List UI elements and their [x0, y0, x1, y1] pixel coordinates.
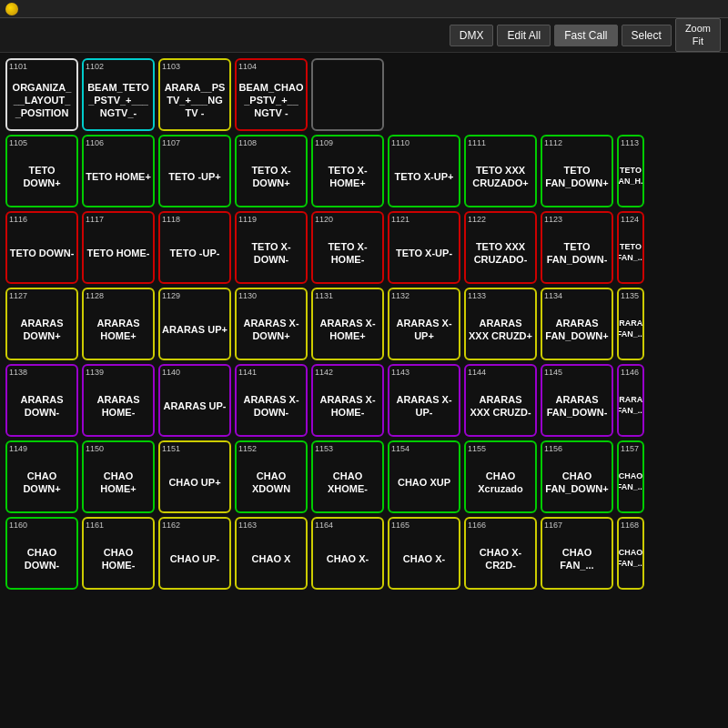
cell-label: TETO X-DOWN+: [238, 164, 304, 190]
cell-label: CHAO UP+: [168, 476, 220, 489]
cell-1119[interactable]: 1119TETO X-DOWN-: [235, 211, 308, 284]
cell-1168[interactable]: 1168CHAO FAN_...: [617, 517, 644, 590]
cell-1131[interactable]: 1131ARARAS X-HOME+: [311, 288, 384, 360]
cell-1162[interactable]: 1162CHAO UP-: [158, 517, 231, 590]
cell-label: BEAM_TETO _PSTV_+___ NGTV_-: [86, 81, 151, 120]
cell-label: CHAO HOME-: [86, 546, 151, 572]
grid-row-3: 1127ARARAS DOWN+1128ARARAS HOME+1129ARAR…: [5, 288, 723, 360]
cell-number: 1131: [315, 292, 333, 301]
cell-1110[interactable]: 1110TETO X-UP+: [388, 135, 460, 207]
cell-1118[interactable]: 1118TETO -UP-: [158, 211, 231, 284]
cell-number: 1119: [238, 216, 257, 225]
cell-1149[interactable]: 1149CHAO DOWN+: [5, 440, 78, 513]
cell-label: ARARAS HOME+: [86, 317, 151, 343]
cell-number: 1162: [162, 521, 180, 531]
cell-number: 1102: [86, 63, 104, 72]
cell-1112[interactable]: 1112TETO FAN_DOWN+: [541, 135, 613, 207]
zoom-fit-button[interactable]: ZoomFit: [675, 18, 721, 51]
cell-1157[interactable]: 1157CHAO FAN_...: [617, 440, 644, 513]
cell-1108[interactable]: 1108TETO X-DOWN+: [235, 135, 308, 207]
cell-1130[interactable]: 1130ARARAS X-DOWN+: [235, 288, 308, 360]
cell-number: 1120: [315, 216, 333, 225]
cell-1116[interactable]: 1116TETO DOWN-: [5, 211, 78, 284]
cell-1138[interactable]: 1138ARARAS DOWN-: [5, 364, 78, 437]
cell-1154[interactable]: 1154CHAO XUP: [388, 440, 460, 513]
cell-label: CHAO X-: [403, 552, 445, 565]
cell-1107[interactable]: 1107TETO -UP+: [158, 135, 231, 207]
grid-row-5: 1149CHAO DOWN+1150CHAO HOME+1151CHAO UP+…: [5, 440, 723, 513]
cell-1163[interactable]: 1163CHAO X: [235, 517, 308, 590]
cell-number: 1124: [621, 216, 639, 225]
cell-number: 1106: [86, 139, 104, 148]
cell-number: 1141: [238, 369, 257, 378]
cell-1151[interactable]: 1151CHAO UP+: [158, 440, 231, 513]
cell-1102[interactable]: 1102BEAM_TETO _PSTV_+___ NGTV_-: [82, 58, 155, 131]
cell-1123[interactable]: 1123TETO FAN_DOWN-: [541, 211, 613, 284]
cell-label: ARARA__PS TV_+___NG TV -: [162, 81, 228, 120]
cell-1129[interactable]: 1129ARARAS UP+: [158, 288, 231, 360]
cell-1153[interactable]: 1153CHAO XHOME-: [311, 440, 384, 513]
cell-1165[interactable]: 1165CHAO X-: [388, 517, 460, 590]
cell-number: 1103: [162, 63, 180, 72]
cell-1164[interactable]: 1164CHAO X-: [311, 517, 384, 590]
cell-1111[interactable]: 1111TETO XXX CRUZADO+: [464, 135, 537, 207]
cell-number: 1104: [238, 63, 257, 72]
cell-1128[interactable]: 1128ARARAS HOME+: [82, 288, 155, 360]
titlebar: [0, 0, 728, 18]
cell-number: 1110: [391, 139, 410, 148]
cell-number: 1122: [468, 216, 486, 225]
cell-1117[interactable]: 1117TETO HOME-: [82, 211, 155, 284]
select-button[interactable]: Select: [622, 25, 672, 46]
cell-1142[interactable]: 1142ARARAS X-HOME-: [311, 364, 384, 437]
cell-1101[interactable]: 1101ORGANIZA_ __LAYOUT_ _POSITION: [5, 58, 78, 131]
cell-1146[interactable]: 1146ARARAS FAN_...: [617, 364, 644, 437]
cell-1103[interactable]: 1103ARARA__PS TV_+___NG TV -: [158, 58, 231, 131]
cell-label: ARARAS XXX CRUZD+: [468, 317, 533, 343]
cell-label: TETO X-UP+: [395, 170, 454, 183]
cell-number: 1161: [86, 521, 104, 531]
cell-1143[interactable]: 1143ARARAS X-UP-: [388, 364, 460, 437]
cell-empty[interactable]: [311, 58, 384, 131]
cell-1104[interactable]: 1104BEAM_CHAO _PSTV_+__ NGTV -: [235, 58, 308, 131]
cell-number: 1143: [391, 369, 410, 378]
cell-1152[interactable]: 1152CHAO XDOWN: [235, 440, 308, 513]
cell-1155[interactable]: 1155CHAO Xcruzado: [464, 440, 537, 513]
cell-label: CHAO X: [252, 552, 291, 565]
cell-1113[interactable]: 1113TETO FAN_H...: [617, 135, 644, 207]
cell-1150[interactable]: 1150CHAO HOME+: [82, 440, 155, 513]
cell-1120[interactable]: 1120TETO X-HOME-: [311, 211, 384, 284]
cell-1141[interactable]: 1141ARARAS X-DOWN-: [235, 364, 308, 437]
cell-label: CHAO FAN_DOWN+: [544, 470, 610, 496]
cell-1140[interactable]: 1140ARARAS UP-: [158, 364, 231, 437]
cell-1135[interactable]: 1135ARARAS FAN_...: [617, 288, 644, 360]
cell-label: ARARAS UP+: [162, 323, 228, 336]
cell-1121[interactable]: 1121TETO X-UP-: [388, 211, 460, 284]
cell-label: TETO FAN_...: [617, 242, 644, 263]
cell-1156[interactable]: 1156CHAO FAN_DOWN+: [541, 440, 613, 513]
cell-1144[interactable]: 1144ARARAS XXX CRUZD-: [464, 364, 537, 437]
cell-number: 1118: [162, 216, 180, 225]
cell-1139[interactable]: 1139ARARAS HOME-: [82, 364, 155, 437]
cell-label: TETO XXX CRUZADO-: [468, 240, 533, 267]
edit-all-button[interactable]: Edit All: [497, 25, 551, 46]
cell-1167[interactable]: 1167CHAO FAN_...: [541, 517, 613, 590]
cell-label: CHAO Xcruzado: [468, 470, 533, 496]
cell-1134[interactable]: 1134ARARAS FAN_DOWN+: [541, 288, 613, 360]
cell-number: 1164: [315, 521, 333, 531]
cell-1124[interactable]: 1124TETO FAN_...: [617, 211, 644, 284]
cell-1166[interactable]: 1166CHAO X-CR2D-: [464, 517, 537, 590]
cell-1109[interactable]: 1109TETO X-HOME+: [311, 135, 384, 207]
cell-1145[interactable]: 1145ARARAS FAN_DOWN-: [541, 364, 613, 437]
cell-1106[interactable]: 1106TETO HOME+: [82, 135, 155, 207]
fast-call-button[interactable]: Fast Call: [554, 25, 617, 46]
cell-1127[interactable]: 1127ARARAS DOWN+: [5, 288, 78, 360]
cell-label: ARARAS X-DOWN-: [238, 393, 304, 420]
cell-1160[interactable]: 1160CHAO DOWN-: [5, 517, 78, 590]
cell-1105[interactable]: 1105TETO DOWN+: [5, 135, 78, 207]
cell-1122[interactable]: 1122TETO XXX CRUZADO-: [464, 211, 537, 284]
cell-1161[interactable]: 1161CHAO HOME-: [82, 517, 155, 590]
cell-label: CHAO FAN_...: [617, 471, 644, 492]
dmx-button[interactable]: DMX: [450, 25, 494, 46]
cell-1133[interactable]: 1133ARARAS XXX CRUZD+: [464, 288, 537, 360]
cell-1132[interactable]: 1132ARARAS X-UP+: [388, 288, 460, 360]
